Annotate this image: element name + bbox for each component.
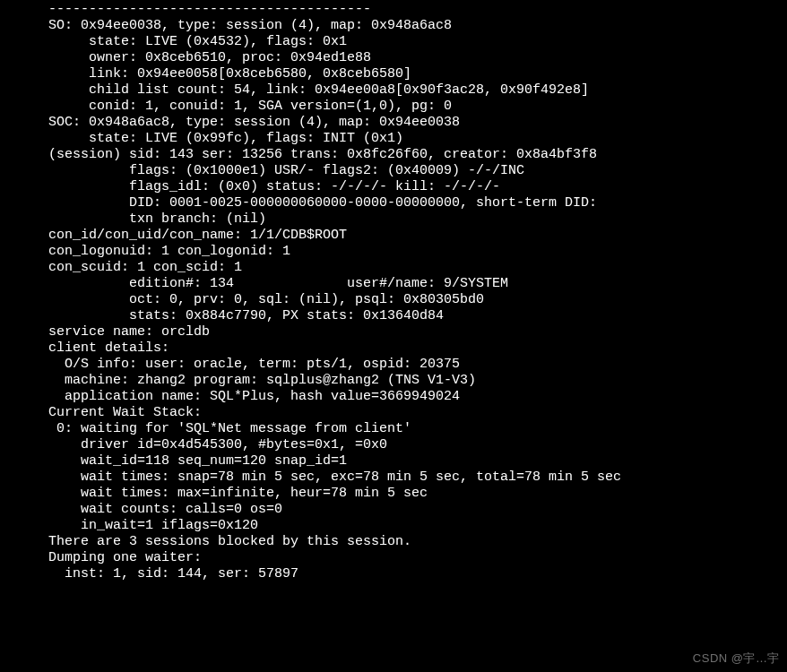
terminal-line: flags: (0x1000e1) USR/- flags2: (0x40009…	[0, 163, 524, 178]
terminal-line: link: 0x94ee0058[0x8ceb6580, 0x8ceb6580]	[0, 66, 411, 82]
terminal-line: Current Wait Stack:	[0, 405, 202, 420]
terminal-line: conid: 1, conuid: 1, SGA version=(1,0), …	[0, 99, 452, 114]
terminal-line: There are 3 sessions blocked by this ses…	[0, 534, 411, 549]
terminal-line: con_logonuid: 1 con_logonid: 1	[0, 244, 290, 259]
terminal-line: application name: SQL*Plus, hash value=3…	[0, 389, 460, 404]
terminal-line: driver id=0x4d545300, #bytes=0x1, =0x0	[0, 437, 387, 452]
terminal-line: edition#: 134 user#/name: 9/SYSTEM	[0, 276, 508, 291]
terminal-line: flags_idl: (0x0) status: -/-/-/- kill: -…	[0, 179, 500, 194]
terminal-line: Dumping one waiter:	[0, 550, 202, 565]
terminal-line: SOC: 0x948a6ac8, type: session (4), map:…	[0, 115, 460, 130]
terminal-line: SO: 0x94ee0038, type: session (4), map: …	[0, 18, 452, 33]
terminal-line: con_scuid: 1 con_scid: 1	[0, 260, 242, 275]
terminal-line: owner: 0x8ceb6510, proc: 0x94ed1e88	[0, 50, 371, 65]
terminal-line: txn branch: (nil)	[0, 211, 266, 227]
terminal-line: service name: orcldb	[0, 324, 210, 340]
terminal-line: wait times: snap=78 min 5 sec, exc=78 mi…	[0, 470, 621, 485]
terminal-line: O/S info: user: oracle, term: pts/1, osp…	[0, 357, 460, 372]
terminal-line: wait counts: calls=0 os=0	[0, 502, 282, 517]
terminal-line: (session) sid: 143 ser: 13256 trans: 0x8…	[0, 147, 597, 162]
terminal-line: wait times: max=infinite, heur=78 min 5 …	[0, 486, 428, 501]
terminal-line: state: LIVE (0x4532), flags: 0x1	[0, 34, 347, 49]
watermark: CSDN @宇…宇	[693, 650, 780, 667]
terminal-line: machine: zhang2 program: sqlplus@zhang2 …	[0, 373, 476, 388]
terminal-line: inst: 1, sid: 144, ser: 57897	[0, 566, 298, 582]
terminal-line: ----------------------------------------	[0, 2, 371, 17]
terminal-line: 0: waiting for 'SQL*Net message from cli…	[0, 421, 411, 436]
terminal-line: wait_id=118 seq_num=120 snap_id=1	[0, 453, 347, 469]
terminal-output: ----------------------------------------…	[0, 0, 787, 582]
terminal-line: oct: 0, prv: 0, sql: (nil), psql: 0x8030…	[0, 292, 484, 307]
terminal-line: con_id/con_uid/con_name: 1/1/CDB$ROOT	[0, 228, 347, 243]
terminal-line: in_wait=1 iflags=0x120	[0, 518, 258, 533]
terminal-line: client details:	[0, 340, 169, 356]
terminal-line: child list count: 54, link: 0x94ee00a8[0…	[0, 82, 589, 98]
terminal-line: stats: 0x884c7790, PX stats: 0x13640d84	[0, 308, 444, 323]
terminal-line: state: LIVE (0x99fc), flags: INIT (0x1)	[0, 131, 403, 146]
terminal-line: DID: 0001-0025-000000060000-0000-0000000…	[0, 195, 597, 211]
